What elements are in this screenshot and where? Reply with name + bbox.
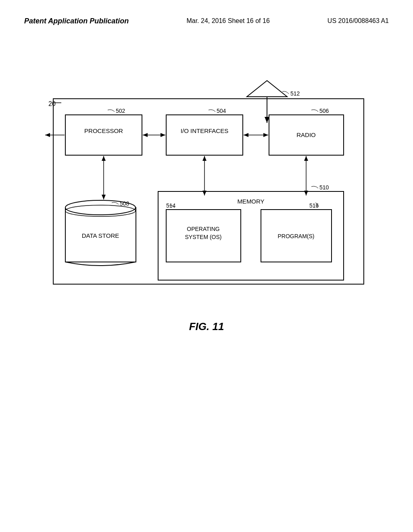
svg-marker-21 [244,133,248,137]
svg-text:I/O INTERFACES: I/O INTERFACES [181,127,228,134]
svg-text:508: 508 [120,200,129,207]
svg-marker-17 [161,133,165,137]
patent-diagram: 20 512 PROCESSOR 502 I/O INTERFACES 504 … [41,75,372,308]
svg-marker-29 [202,156,206,161]
page-header: Patent Application Publication Mar. 24, … [0,0,413,34]
svg-text:SYSTEM (OS): SYSTEM (OS) [185,234,221,240]
svg-text:504: 504 [217,108,226,114]
svg-rect-10 [166,115,243,155]
svg-marker-32 [304,156,308,161]
svg-marker-20 [263,133,268,137]
svg-text:512: 512 [290,90,300,97]
svg-marker-3 [247,81,287,97]
svg-text:20: 20 [48,100,56,107]
sheet-info: Mar. 24, 2016 Sheet 16 of 16 [186,16,269,26]
publication-title: Patent Application Publication [24,16,129,26]
svg-marker-18 [143,133,148,137]
svg-text:OPERATING: OPERATING [187,226,219,232]
svg-marker-24 [102,156,106,161]
svg-text:RADIO: RADIO [296,131,316,138]
diagram-container: 20 512 PROCESSOR 502 I/O INTERFACES 504 … [0,75,413,333]
svg-text:514: 514 [166,202,176,209]
svg-text:516: 516 [309,202,319,209]
svg-marker-26 [45,133,50,137]
patent-number: US 2016/0088463 A1 [327,16,389,26]
svg-text:DATA STORE: DATA STORE [82,232,119,239]
svg-text:506: 506 [319,108,329,114]
figure-label: FIG. 11 [189,320,224,333]
svg-text:502: 502 [116,108,125,114]
svg-text:510: 510 [319,184,329,191]
svg-rect-7 [65,115,142,155]
svg-text:PROCESSOR: PROCESSOR [84,127,123,134]
svg-text:MEMORY: MEMORY [237,198,264,205]
svg-marker-23 [102,195,106,200]
svg-text:PROGRAM(S): PROGRAM(S) [278,233,315,239]
